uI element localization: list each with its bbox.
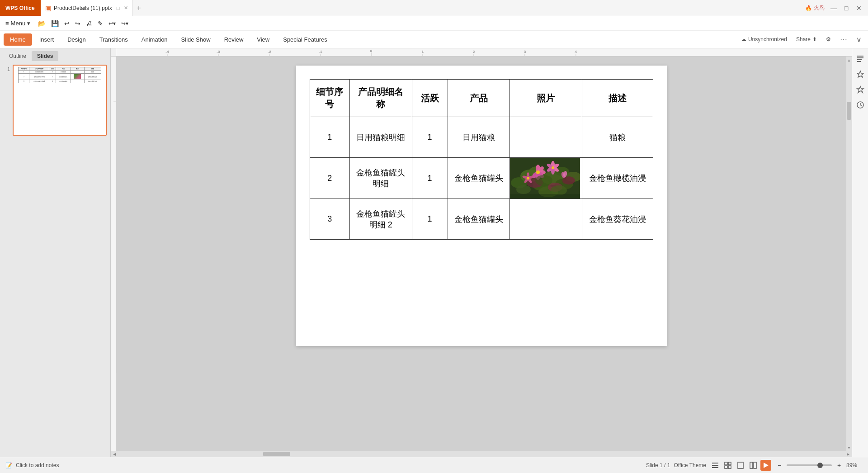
scroll-up-button[interactable]: ▲ xyxy=(846,57,852,64)
cell-id-3: 3 xyxy=(310,199,350,240)
svg-text:3: 3 xyxy=(524,50,526,53)
tab-transitions[interactable]: Transitions xyxy=(93,33,134,46)
undo-button[interactable]: ↩ xyxy=(62,18,72,29)
scroll-track[interactable] xyxy=(846,64,852,444)
cell-name-2: 金枪鱼猫罐头明细 xyxy=(350,158,412,199)
header-id: 细节序号 xyxy=(310,80,350,117)
view-single-button[interactable] xyxy=(735,460,746,471)
zoom-plus-button[interactable]: + xyxy=(835,461,844,470)
cell-photo-1 xyxy=(509,117,582,158)
tab-special[interactable]: Special Features xyxy=(277,33,334,46)
scroll-down-button[interactable]: ▼ xyxy=(846,444,852,451)
ribbon-tabs: Home Insert Design Transitions Animation… xyxy=(0,31,868,48)
maximize-button[interactable]: □ xyxy=(841,3,852,14)
scroll-thumb[interactable] xyxy=(847,102,851,120)
format-button[interactable]: ✎ xyxy=(95,18,105,29)
main-area: « Outline Slides 1 细节序号产品明细名称活跃产品照片描述 xyxy=(0,48,868,457)
tab-insert[interactable]: Insert xyxy=(33,33,61,46)
settings-button[interactable]: ⚙ xyxy=(823,35,834,44)
slide-panel: 1 细节序号产品明细名称活跃产品照片描述 1日用猫粮明细1日用猫粮猫粮 xyxy=(0,61,110,457)
svg-rect-19 xyxy=(111,57,116,373)
cell-product-1: 日用猫粮 xyxy=(448,117,509,158)
horizontal-scrollbar[interactable]: ◀ ▶ xyxy=(111,451,852,457)
flame-label: 火鸟 xyxy=(814,4,825,12)
redo2-button[interactable]: ↪▾ xyxy=(119,18,131,29)
notes-label: Click to add notes xyxy=(16,462,59,468)
slide-thumbnail[interactable]: 细节序号产品明细名称活跃产品照片描述 1日用猫粮明细1日用猫粮猫粮 2金枪鱼猫罐… xyxy=(13,65,107,136)
svg-text:-4: -4 xyxy=(166,50,169,53)
tab-slideshow[interactable]: Slide Show xyxy=(175,33,217,46)
svg-rect-68 xyxy=(712,465,718,466)
slide-item-1[interactable]: 1 细节序号产品明细名称活跃产品照片描述 1日用猫粮明细1日用猫粮猫粮 xyxy=(4,65,107,136)
svg-point-57 xyxy=(535,175,552,186)
zoom-slider-thumb[interactable] xyxy=(817,463,823,468)
notes-area[interactable]: 📝 Click to add notes xyxy=(5,462,642,468)
history-icon xyxy=(856,101,864,109)
header-product: 产品 xyxy=(448,80,509,117)
h-scroll-thumb[interactable] xyxy=(263,452,290,456)
bottombar: 📝 Click to add notes Slide 1 / 1 Office … xyxy=(0,457,868,473)
scroll-left-button[interactable]: ◀ xyxy=(111,451,118,457)
svg-marker-65 xyxy=(857,86,863,93)
tab-home[interactable]: Home xyxy=(4,33,32,46)
svg-rect-75 xyxy=(750,462,753,468)
svg-rect-67 xyxy=(712,463,718,464)
new-tab-button[interactable]: + xyxy=(133,4,144,12)
svg-rect-61 xyxy=(857,57,863,58)
slides-tab[interactable]: Slides xyxy=(32,51,58,61)
view-list-button[interactable] xyxy=(710,460,721,471)
svg-rect-59 xyxy=(510,194,580,199)
tab-view[interactable]: View xyxy=(250,33,276,46)
right-panel-icon-3[interactable] xyxy=(854,83,867,96)
view-grid-button[interactable] xyxy=(722,460,733,471)
undo2-button[interactable]: ↩▾ xyxy=(106,18,118,29)
properties-icon xyxy=(856,55,864,63)
header-name: 产品明细名称 xyxy=(350,80,412,117)
scroll-right-button[interactable]: ▶ xyxy=(844,451,852,457)
table-row: 1 日用猫粮明细 1 日用猫粮 猫粮 xyxy=(310,117,653,158)
svg-rect-71 xyxy=(728,462,731,465)
zoom-minus-button[interactable]: − xyxy=(775,461,784,470)
view-present-button[interactable] xyxy=(760,460,771,471)
right-panel-icon-4[interactable] xyxy=(854,98,867,112)
outline-tab[interactable]: Outline xyxy=(4,51,32,61)
cell-active-1: 1 xyxy=(412,117,448,158)
tab-review[interactable]: Review xyxy=(218,33,250,46)
svg-marker-64 xyxy=(857,71,863,77)
close-button[interactable]: ✕ xyxy=(854,3,864,14)
view-reading-button[interactable] xyxy=(748,460,759,471)
slide-canvas-container[interactable]: 细节序号 产品明细名称 活跃 产品 照片 描述 1 xyxy=(116,57,846,451)
tab-close-icon[interactable]: □ xyxy=(117,5,120,11)
save-button[interactable]: 💾 xyxy=(49,18,61,29)
wps-office-button[interactable]: WPS Office xyxy=(0,0,41,16)
vertical-scrollbar[interactable]: ▲ ▼ xyxy=(846,57,852,451)
more-button[interactable]: ⋯ xyxy=(837,34,850,45)
zoom-slider[interactable] xyxy=(787,464,832,466)
share-button[interactable]: Share ⬆ xyxy=(793,35,820,44)
redo-button[interactable]: ↪ xyxy=(73,18,83,29)
print-button[interactable]: 🖨 xyxy=(84,18,94,29)
file-tab[interactable]: ▣ ProductDetails (11).pptx □ ✕ xyxy=(41,0,133,16)
cell-active-3: 1 xyxy=(412,199,448,240)
tab-animation[interactable]: Animation xyxy=(135,33,174,46)
right-panel-icon-2[interactable] xyxy=(854,67,867,81)
expand-button[interactable]: ∨ xyxy=(854,34,864,45)
tab-design[interactable]: Design xyxy=(61,33,92,46)
cell-id-2: 2 xyxy=(310,158,350,199)
menu-toggle[interactable]: ≡ Menu ▾ xyxy=(2,18,34,28)
unsync-label: Unsynchronized xyxy=(748,36,787,43)
right-panel-icon-1[interactable] xyxy=(854,52,867,66)
menu-bar: ≡ Menu ▾ 📂 💾 ↩ ↪ 🖨 ✎ ↩▾ ↪▾ xyxy=(0,16,868,31)
svg-text:-1: -1 xyxy=(319,50,322,53)
ruler-vertical xyxy=(111,57,116,451)
tab-close-button[interactable]: ✕ xyxy=(124,5,128,11)
minimize-button[interactable]: — xyxy=(828,3,839,14)
open-button[interactable]: 📂 xyxy=(36,18,48,29)
unsync-button[interactable]: ☁ Unsynchronized xyxy=(738,35,790,44)
cell-photo-2 xyxy=(509,158,582,199)
svg-rect-72 xyxy=(725,466,727,468)
menu-icon: ≡ xyxy=(5,20,9,27)
header-active: 活跃 xyxy=(412,80,448,117)
svg-text:-2: -2 xyxy=(268,50,271,53)
header-desc: 描述 xyxy=(582,80,653,117)
